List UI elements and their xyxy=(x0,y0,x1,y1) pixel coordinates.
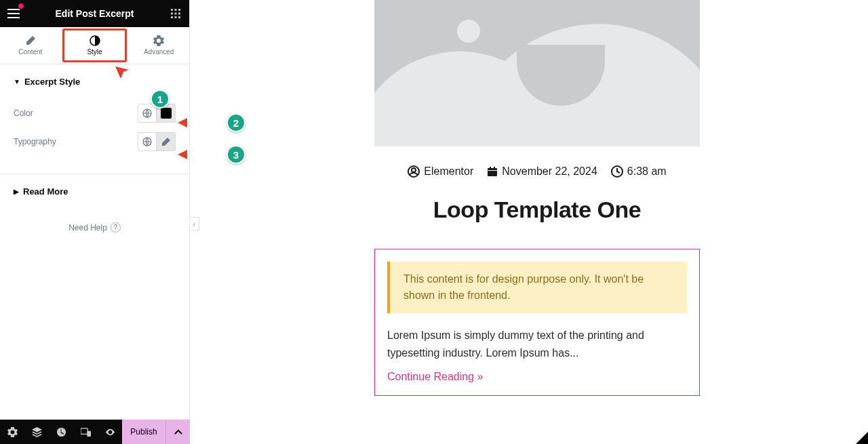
caret-down-icon: ▼ xyxy=(14,78,20,85)
caret-right-icon: ▶ xyxy=(14,188,19,195)
chevron-up-icon xyxy=(174,429,182,435)
preview-button[interactable] xyxy=(98,420,122,444)
hamburger-menu-button[interactable] xyxy=(0,0,27,27)
post-time: 6:38 am xyxy=(627,165,667,178)
layers-icon xyxy=(32,427,42,437)
color-swatch xyxy=(161,108,172,119)
publish-options-button[interactable] xyxy=(165,420,190,444)
svg-rect-2 xyxy=(7,17,20,18)
preview-canvas: Elementor November 22, 2024 6:38 am Loop… xyxy=(190,0,868,444)
tab-style[interactable]: Style xyxy=(62,28,127,62)
sidebar-header: Edit Post Excerpt xyxy=(0,0,189,27)
design-notice: This content is for design purpose only.… xyxy=(387,262,687,313)
history-icon xyxy=(56,427,66,437)
calendar-icon xyxy=(487,166,498,177)
svg-rect-8 xyxy=(178,13,180,15)
read-more-link[interactable]: Continue Reading » xyxy=(387,371,687,383)
annotation-arrow-3 xyxy=(178,148,226,164)
excerpt-text: Lorem Ipsum is simply dummy text of the … xyxy=(387,327,687,361)
meta-author[interactable]: Elementor xyxy=(408,165,473,178)
tab-advanced[interactable]: Advanced xyxy=(128,27,189,64)
gear-icon xyxy=(7,427,18,437)
typography-control-buttons xyxy=(138,132,176,151)
clock-icon xyxy=(611,165,623,178)
pencil-icon xyxy=(25,35,36,46)
annotation-badge-1: 1 xyxy=(151,89,170,108)
svg-rect-22 xyxy=(490,167,491,169)
svg-rect-11 xyxy=(178,16,180,18)
tab-content[interactable]: Content xyxy=(0,27,61,64)
user-icon xyxy=(408,165,420,178)
help-icon: ? xyxy=(111,222,121,233)
svg-rect-1 xyxy=(7,13,20,14)
history-button[interactable] xyxy=(49,420,73,444)
controls-area: ▼ Excerpt Style Color Typography xyxy=(0,64,189,444)
help-label: Need Help xyxy=(68,223,107,233)
svg-rect-15 xyxy=(81,428,87,433)
contrast-icon xyxy=(90,35,100,46)
typography-edit-button[interactable] xyxy=(157,132,176,151)
svg-rect-3 xyxy=(171,9,173,11)
sidebar-bottom-bar: Publish xyxy=(0,420,190,444)
svg-rect-9 xyxy=(171,16,173,18)
widgets-grid-button[interactable] xyxy=(162,0,189,27)
featured-image-placeholder[interactable] xyxy=(374,0,700,146)
section-read-more-header[interactable]: ▶ Read More xyxy=(0,174,189,209)
globe-icon xyxy=(142,108,152,118)
editor-tabs: Content Style Advanced xyxy=(0,27,189,64)
responsive-button[interactable] xyxy=(73,420,98,444)
annotation-badge-3: 3 xyxy=(226,145,245,164)
svg-rect-0 xyxy=(7,9,20,10)
tab-label: Style xyxy=(87,48,102,56)
gear-icon xyxy=(153,35,164,46)
annotation-arrow-1 xyxy=(115,66,156,103)
post-meta-row: Elementor November 22, 2024 6:38 am xyxy=(374,165,700,178)
svg-rect-7 xyxy=(175,13,177,15)
svg-rect-6 xyxy=(171,13,173,15)
svg-rect-23 xyxy=(494,167,495,169)
control-typography: Typography xyxy=(14,127,176,156)
control-label: Typography xyxy=(14,137,56,146)
section-title: Excerpt Style xyxy=(24,77,80,87)
pencil-icon xyxy=(162,138,170,146)
section-title: Read More xyxy=(23,186,68,197)
post-date: November 22, 2024 xyxy=(502,165,597,178)
svg-rect-4 xyxy=(175,9,177,11)
section-excerpt-style-body: Color Typography xyxy=(0,99,189,168)
notification-dot xyxy=(18,3,24,9)
control-label: Color xyxy=(14,108,33,118)
eye-icon xyxy=(105,427,115,437)
meta-date[interactable]: November 22, 2024 xyxy=(487,165,597,178)
publish-button[interactable]: Publish xyxy=(122,420,165,444)
author-name: Elementor xyxy=(424,165,473,178)
tab-label: Content xyxy=(18,48,42,56)
resize-corner xyxy=(856,432,868,444)
tab-label: Advanced xyxy=(144,48,174,56)
globe-icon xyxy=(142,137,152,146)
annotation-arrow-2 xyxy=(178,116,226,132)
svg-rect-21 xyxy=(488,170,497,171)
post-title[interactable]: Loop Template One xyxy=(374,197,700,223)
devices-icon xyxy=(81,427,91,437)
navigator-button[interactable] xyxy=(24,420,49,444)
editor-sidebar: Edit Post Excerpt Content Style Advanced… xyxy=(0,0,190,444)
global-typography-button[interactable] xyxy=(138,132,157,151)
meta-time[interactable]: 6:38 am xyxy=(611,165,667,178)
svg-point-18 xyxy=(412,168,416,172)
annotation-badge-2: 2 xyxy=(226,113,245,132)
publish-label: Publish xyxy=(130,427,157,437)
svg-rect-16 xyxy=(87,430,91,436)
settings-button[interactable] xyxy=(0,420,24,444)
svg-rect-10 xyxy=(175,16,177,18)
post-excerpt-widget[interactable]: This content is for design purpose only.… xyxy=(374,249,700,396)
sun-shape xyxy=(457,20,480,43)
panel-title: Edit Post Excerpt xyxy=(27,8,162,19)
need-help-link[interactable]: Need Help ? xyxy=(0,209,189,246)
svg-rect-5 xyxy=(178,9,180,11)
